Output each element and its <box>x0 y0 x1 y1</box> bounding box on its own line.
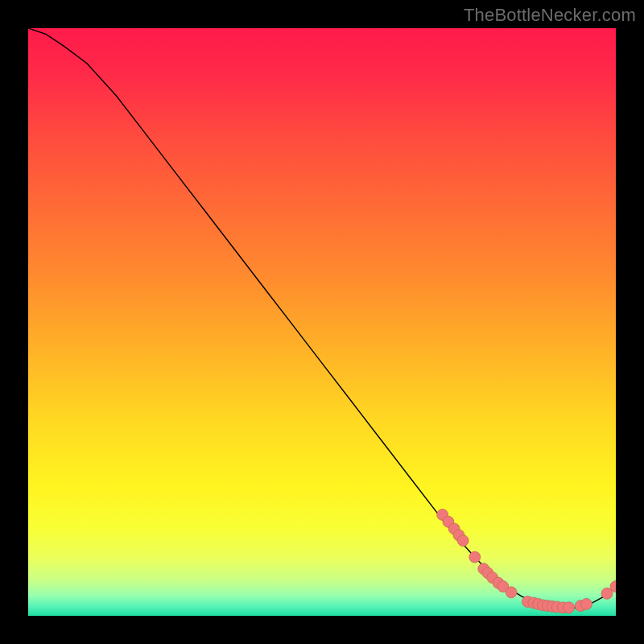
marker-dot <box>469 551 481 563</box>
marker-dot <box>581 598 592 609</box>
watermark-text: TheBottleNecker.com <box>464 5 636 26</box>
curve-markers <box>437 510 616 613</box>
marker-dot <box>564 602 575 613</box>
marker-dot <box>506 587 517 598</box>
bottleneck-curve <box>28 28 616 609</box>
curve-layer <box>28 28 616 616</box>
marker-dot <box>457 535 469 547</box>
chart-stage: TheBottleNecker.com <box>0 0 644 644</box>
plot-area <box>28 28 616 616</box>
